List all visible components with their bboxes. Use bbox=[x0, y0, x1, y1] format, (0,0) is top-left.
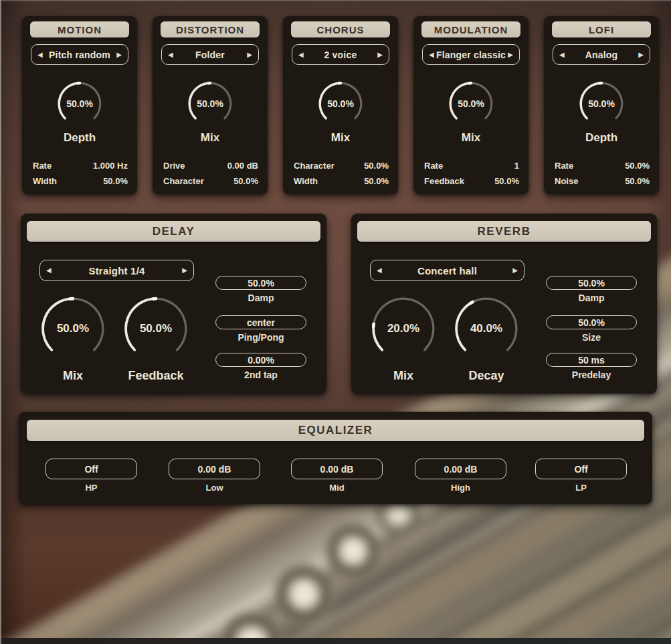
eq-hp-field[interactable]: Off bbox=[45, 459, 137, 479]
param-row: Rate 50.0% bbox=[555, 159, 650, 174]
param-list: Drive 0.00 dB Character 50.0% bbox=[163, 159, 258, 189]
param-value[interactable]: 50.0% bbox=[494, 174, 519, 189]
delay-damp-field[interactable]: 50.0% bbox=[215, 276, 306, 290]
param-value[interactable]: 0.00 dB bbox=[227, 159, 258, 174]
param-row: Rate 1.000 Hz bbox=[33, 159, 128, 174]
next-arrow-icon[interactable]: ▶ bbox=[638, 52, 644, 58]
field-label: Predelay bbox=[546, 370, 637, 380]
param-label: Rate bbox=[424, 159, 443, 174]
reverb-predelay-field[interactable]: 50 ms bbox=[546, 353, 637, 367]
param-row: Character 50.0% bbox=[294, 159, 389, 174]
prev-arrow-icon[interactable]: ◀ bbox=[37, 52, 43, 58]
distortion-mix-knob[interactable]: 50.0% bbox=[187, 80, 233, 127]
delay-panel: DELAY ◀ Straight 1/4 ▶ 50.0% 50.0% Mix F… bbox=[21, 214, 326, 394]
chorus-mix-knob[interactable]: 50.0% bbox=[317, 80, 364, 127]
param-list: Rate 50.0% Noise 50.0% bbox=[555, 159, 650, 189]
param-value[interactable]: 50.0% bbox=[625, 174, 650, 189]
knob-label: Depth bbox=[22, 131, 137, 145]
param-row: Rate 1 bbox=[424, 159, 519, 174]
reverb-mix-knob[interactable]: 20.0% bbox=[369, 295, 438, 363]
field-label: Mid bbox=[291, 483, 383, 493]
motion-mode-selector[interactable]: ◀ Pitch random ▶ bbox=[31, 44, 128, 65]
chorus-panel: CHORUS ◀ 2 voice ▶ 50.0% Mix Character 5… bbox=[283, 16, 398, 194]
lofi-mode-selector[interactable]: ◀ Analog ▶ bbox=[553, 44, 650, 65]
lofi-panel: LOFI ◀ Analog ▶ 50.0% Depth Rate 50.0% N… bbox=[544, 16, 659, 194]
motion-depth-knob[interactable]: 50.0% bbox=[56, 80, 103, 127]
next-arrow-icon[interactable]: ▶ bbox=[116, 52, 122, 58]
left-edge-highlight bbox=[0, 0, 1, 644]
param-label: Rate bbox=[555, 159, 573, 174]
field-label: LP bbox=[535, 483, 627, 493]
motion-panel: MOTION ◀ Pitch random ▶ 50.0% Depth Rate… bbox=[22, 16, 137, 194]
prev-arrow-icon[interactable]: ◀ bbox=[298, 52, 304, 58]
field-label: Damp bbox=[215, 293, 306, 303]
field-label: High bbox=[415, 483, 506, 493]
knob-label: Decay bbox=[452, 369, 520, 383]
modulation-mode-selector[interactable]: ◀ Flanger classic ▶ bbox=[422, 44, 520, 65]
param-value[interactable]: 50.0% bbox=[233, 174, 258, 189]
param-row: Character 50.0% bbox=[163, 174, 258, 189]
eq-low-field[interactable]: 0.00 dB bbox=[169, 459, 260, 479]
panel-title: DISTORTION bbox=[161, 21, 260, 37]
eq-mid-field[interactable]: 0.00 dB bbox=[291, 459, 383, 479]
param-label: Width bbox=[33, 174, 57, 189]
param-label: Character bbox=[294, 159, 334, 174]
modulation-mix-knob[interactable]: 50.0% bbox=[448, 80, 494, 127]
reverb-damp-field[interactable]: 50.0% bbox=[546, 276, 637, 290]
panel-title: CHORUS bbox=[291, 21, 390, 37]
delay-2ndtap-field[interactable]: 0.00% bbox=[215, 353, 306, 367]
param-label: Noise bbox=[555, 174, 578, 189]
reverb-decay-knob[interactable]: 40.0% bbox=[452, 295, 520, 363]
param-row: Width 50.0% bbox=[294, 174, 389, 189]
next-arrow-icon[interactable]: ▶ bbox=[247, 52, 252, 58]
modulation-panel: MODULATION ◀ Flanger classic ▶ 50.0% Mix… bbox=[413, 16, 529, 194]
distortion-mode-selector[interactable]: ◀ Folder ▶ bbox=[161, 44, 259, 65]
prev-arrow-icon[interactable]: ◀ bbox=[46, 267, 52, 274]
panel-title: REVERB bbox=[357, 221, 651, 242]
panel-title: EQUALIZER bbox=[27, 420, 644, 441]
panel-title: DELAY bbox=[27, 221, 320, 242]
prev-arrow-icon[interactable]: ◀ bbox=[377, 267, 382, 274]
knob-label: Depth bbox=[544, 131, 659, 145]
next-arrow-icon[interactable]: ▶ bbox=[182, 267, 187, 274]
next-arrow-icon[interactable]: ▶ bbox=[512, 267, 518, 274]
next-arrow-icon[interactable]: ▶ bbox=[508, 52, 513, 58]
distortion-panel: DISTORTION ◀ Folder ▶ 50.0% Mix Drive 0.… bbox=[153, 16, 268, 194]
knob-label: Mix bbox=[283, 131, 398, 145]
param-row: Feedback 50.0% bbox=[424, 174, 519, 189]
param-value[interactable]: 50.0% bbox=[364, 159, 389, 174]
delay-mix-knob[interactable]: 50.0% bbox=[39, 295, 107, 363]
param-label: Width bbox=[294, 174, 318, 189]
field-label: Size bbox=[546, 332, 637, 343]
prev-arrow-icon[interactable]: ◀ bbox=[429, 52, 434, 58]
knob-label: Mix bbox=[153, 131, 268, 145]
field-label: Ping/Pong bbox=[215, 332, 306, 343]
param-list: Rate 1.000 Hz Width 50.0% bbox=[33, 159, 128, 189]
param-row: Drive 0.00 dB bbox=[163, 159, 258, 174]
field-label: HP bbox=[45, 483, 137, 493]
prev-arrow-icon[interactable]: ◀ bbox=[168, 52, 173, 58]
param-value[interactable]: 50.0% bbox=[364, 174, 389, 189]
param-value[interactable]: 1 bbox=[514, 159, 519, 174]
reverb-mode-selector[interactable]: ◀ Concert hall ▶ bbox=[370, 260, 524, 281]
eq-high-field[interactable]: 0.00 dB bbox=[415, 459, 506, 479]
field-label: Damp bbox=[546, 293, 637, 303]
param-value[interactable]: 50.0% bbox=[103, 174, 128, 189]
knob-label: Feedback bbox=[122, 369, 190, 383]
lofi-depth-knob[interactable]: 50.0% bbox=[578, 80, 625, 127]
delay-pingpong-field[interactable]: center bbox=[215, 315, 306, 329]
reverb-size-field[interactable]: 50.0% bbox=[546, 315, 637, 329]
param-value[interactable]: 1.000 Hz bbox=[93, 159, 128, 174]
field-label: 2nd tap bbox=[215, 370, 306, 380]
param-value[interactable]: 50.0% bbox=[625, 159, 650, 174]
eq-lp-field[interactable]: Off bbox=[535, 459, 627, 479]
bottom-edge bbox=[0, 638, 671, 644]
param-label: Feedback bbox=[424, 174, 464, 189]
param-list: Character 50.0% Width 50.0% bbox=[294, 159, 389, 189]
delay-feedback-knob[interactable]: 50.0% bbox=[122, 295, 190, 363]
prev-arrow-icon[interactable]: ◀ bbox=[559, 52, 565, 58]
chorus-mode-selector[interactable]: ◀ 2 voice ▶ bbox=[292, 44, 389, 65]
next-arrow-icon[interactable]: ▶ bbox=[377, 52, 383, 58]
delay-mode-selector[interactable]: ◀ Straight 1/4 ▶ bbox=[39, 260, 194, 281]
param-list: Rate 1 Feedback 50.0% bbox=[424, 159, 519, 189]
